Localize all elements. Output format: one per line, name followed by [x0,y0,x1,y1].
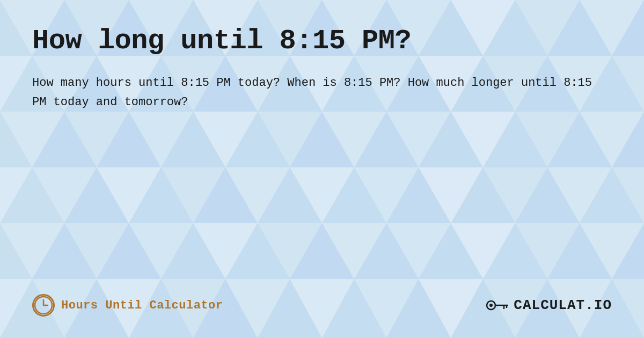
svg-point-125 [489,304,493,307]
page-description: How many hours until 8:15 PM today? When… [32,74,612,113]
calculat-io-text: CALCULAT.IO [514,297,612,313]
calculat-logo: CALCULAT.IO [486,295,612,316]
page-title: How long until 8:15 PM? [32,26,612,56]
brand-label: Hours Until Calculator [61,299,223,312]
hand-pointing-icon [486,295,511,316]
brand-section: Hours Until Calculator [32,294,223,317]
svg-point-121 [35,297,52,314]
clock-icon [32,294,55,317]
footer: Hours Until Calculator CALCULAT.IO [32,294,612,317]
